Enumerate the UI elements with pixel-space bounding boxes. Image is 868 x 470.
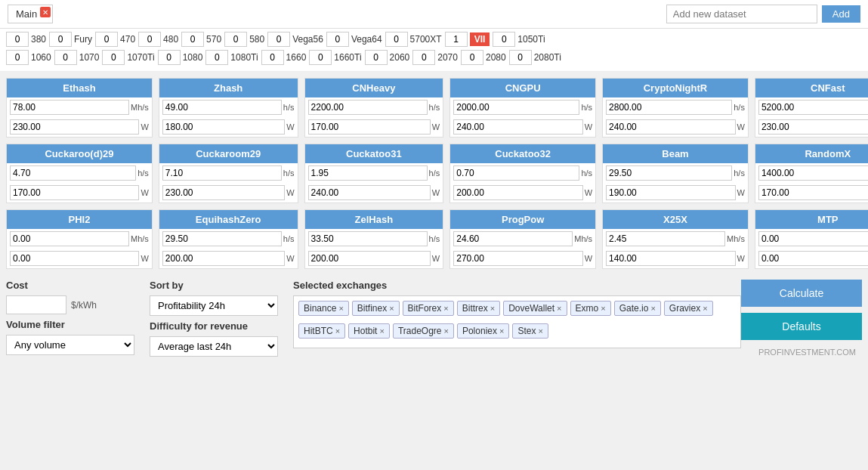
top-bar: Main ✕ Add <box>0 0 868 29</box>
algo-power-input[interactable] <box>10 251 139 266</box>
algo-power-input[interactable] <box>758 119 868 135</box>
gpu-count-input[interactable] <box>6 32 29 47</box>
exchange-remove-button[interactable]: × <box>557 304 561 313</box>
exchange-remove-button[interactable]: × <box>703 304 707 313</box>
algo-power-input[interactable] <box>453 119 582 135</box>
tab-main[interactable]: Main ✕ <box>8 5 53 23</box>
algo-speed-input[interactable] <box>453 165 579 181</box>
algo-speed-input[interactable] <box>162 100 282 115</box>
exchange-tag: HitBTC× <box>298 323 345 339</box>
gpu-count-input[interactable] <box>49 32 72 47</box>
exchange-remove-button[interactable]: × <box>490 304 495 313</box>
gpu-item: 1660 <box>261 50 307 65</box>
algo-power-input[interactable] <box>308 251 431 266</box>
algo-speed-input[interactable] <box>453 100 579 115</box>
algo-speed-input[interactable] <box>308 100 428 115</box>
algo-power-input[interactable] <box>162 185 285 200</box>
algo-speed-input[interactable] <box>758 231 868 246</box>
algo-power-input[interactable] <box>758 251 868 266</box>
algo-power-input[interactable] <box>606 251 735 266</box>
algo-power-unit: W <box>737 254 745 263</box>
gpu-count-input[interactable] <box>138 32 161 47</box>
volume-select[interactable]: Any volumeHigh volumeMedium volume <box>6 335 134 355</box>
exchange-remove-button[interactable]: × <box>335 326 340 335</box>
exchange-remove-button[interactable]: × <box>538 326 542 335</box>
algo-power-input[interactable] <box>606 119 735 135</box>
exchange-label: Bitfinex <box>357 303 387 314</box>
algo-speed-input[interactable] <box>162 165 282 181</box>
exchange-remove-button[interactable]: × <box>444 326 449 335</box>
algo-power-input[interactable] <box>308 119 431 135</box>
defaults-button[interactable]: Defaults <box>741 313 862 340</box>
sort-select[interactable]: Profitability 24hProfitability 1hProfita… <box>150 295 278 316</box>
algo-speed-input[interactable] <box>10 100 129 115</box>
algo-name: Zhash <box>159 79 298 97</box>
gpu-count-input[interactable] <box>181 32 204 47</box>
gpu-count-input[interactable] <box>6 50 29 65</box>
add-dataset-input[interactable] <box>666 5 817 23</box>
gpu-count-input[interactable] <box>326 32 349 47</box>
algo-name: X25X <box>603 210 748 229</box>
gpu-count-input[interactable] <box>54 50 77 65</box>
algo-power-input[interactable] <box>10 185 139 200</box>
volume-label: Volume filter <box>6 319 134 330</box>
algo-speed-input[interactable] <box>308 165 428 181</box>
gpu-count-input[interactable] <box>261 50 284 65</box>
algo-power-input[interactable] <box>308 185 431 200</box>
algo-speed-input[interactable] <box>606 165 732 181</box>
algo-speed-input[interactable] <box>606 100 732 115</box>
gpu-count-input[interactable] <box>509 50 532 65</box>
algo-power-unit: W <box>141 188 148 197</box>
gpu-count-input[interactable] <box>461 50 483 65</box>
gpu-item: 2080Ti <box>509 50 561 65</box>
gpu-label: 2080 <box>486 52 506 63</box>
gpu-count-input[interactable] <box>445 32 468 47</box>
exchange-remove-button[interactable]: × <box>379 326 384 335</box>
gpu-count-input[interactable] <box>95 32 118 47</box>
tab-close-icon[interactable]: ✕ <box>40 7 51 17</box>
exchange-remove-button[interactable]: × <box>443 304 448 313</box>
algo-power-input[interactable] <box>162 119 285 135</box>
gpu-count-input[interactable] <box>412 50 435 65</box>
exchange-remove-button[interactable]: × <box>338 304 343 313</box>
algo-speed-input[interactable] <box>10 231 129 246</box>
algo-power-input[interactable] <box>162 251 285 266</box>
gpu-item: 580 <box>224 32 264 47</box>
gpu-count-input[interactable] <box>102 50 125 65</box>
algo-speed-input[interactable] <box>758 165 868 181</box>
diff-select[interactable]: Average last 24hCurrentAverage last 7d <box>150 336 278 357</box>
exchange-remove-button[interactable]: × <box>601 304 605 313</box>
algo-speed-input[interactable] <box>162 231 282 246</box>
algo-power-input[interactable] <box>453 185 582 200</box>
gpu-count-input[interactable] <box>493 32 515 47</box>
calculate-button[interactable]: Calculate <box>741 280 862 307</box>
gpu-count-input[interactable] <box>224 32 247 47</box>
algo-power-input[interactable] <box>758 185 868 200</box>
gpu-count-input[interactable] <box>365 50 388 65</box>
algo-speed-input[interactable] <box>308 231 428 246</box>
algo-power-row: W <box>159 117 298 137</box>
add-button[interactable]: Add <box>822 5 860 23</box>
algo-power-input[interactable] <box>453 251 582 266</box>
algo-speed-input[interactable] <box>758 100 868 115</box>
exchange-remove-button[interactable]: × <box>499 326 504 335</box>
gpu-count-input[interactable] <box>267 32 290 47</box>
algo-speed-row: h/s <box>159 229 298 249</box>
exchange-remove-button[interactable]: × <box>389 304 394 313</box>
algo-power-input[interactable] <box>10 119 139 135</box>
gpu-count-input[interactable] <box>309 50 332 65</box>
algo-speed-input[interactable] <box>10 165 136 181</box>
gpu-label: 470 <box>120 34 135 45</box>
gpu-count-input[interactable] <box>385 32 408 47</box>
algo-speed-input[interactable] <box>606 231 725 246</box>
algo-power-row: W <box>755 183 868 203</box>
algo-name: CNHeavy <box>305 79 443 97</box>
algo-power-input[interactable] <box>606 185 735 200</box>
exchange-remove-button[interactable]: × <box>650 304 655 313</box>
gpu-count-input[interactable] <box>158 50 181 65</box>
gpu-count-input[interactable] <box>205 50 228 65</box>
algo-speed-input[interactable] <box>453 231 573 246</box>
cost-input[interactable]: 0.05 <box>6 295 66 314</box>
gpu-label: Vega64 <box>351 34 382 45</box>
gpu-label: 480 <box>163 34 178 45</box>
